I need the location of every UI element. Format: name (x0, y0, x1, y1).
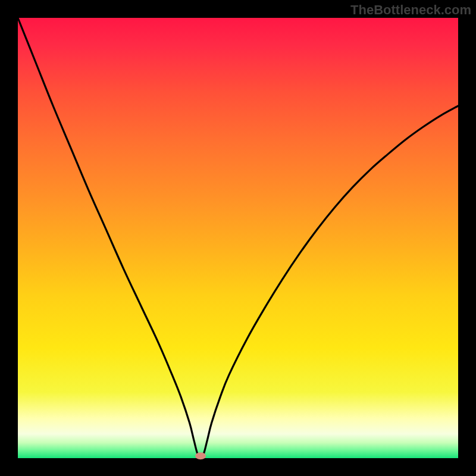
chart-container: TheBottleneck.com (0, 0, 476, 476)
watermark-text: TheBottleneck.com (350, 2, 471, 18)
minimum-marker (195, 452, 206, 459)
plot-background (18, 18, 458, 458)
bottleneck-chart (0, 0, 476, 476)
